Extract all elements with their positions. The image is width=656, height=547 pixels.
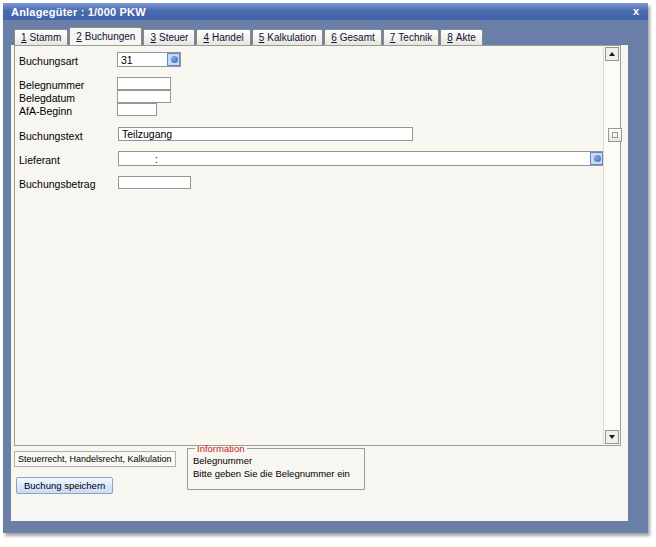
scope-text: Steuerrecht, Handelsrecht, Kalkulation: [18, 454, 172, 464]
buchungstext-input[interactable]: [118, 127, 413, 141]
scroll-down-button[interactable]: [605, 430, 619, 444]
tab-bar: 1Stamm 2Buchungen 3Steuer 4Handel 5Kalku…: [14, 27, 484, 45]
lieferant-label: Lieferant: [19, 154, 60, 166]
tab-gesamt[interactable]: 6Gesamt: [324, 29, 382, 45]
lieferant-combo[interactable]: :: [118, 151, 604, 166]
dropdown-circle-icon: [594, 155, 601, 162]
belegnummer-label: Belegnummer: [19, 79, 84, 91]
buchungstext-label: Buchungstext: [19, 130, 83, 142]
close-button[interactable]: x: [633, 3, 639, 20]
tab-steuer[interactable]: 3Steuer: [143, 29, 195, 45]
info-box-title: Information: [195, 443, 247, 454]
tab-buchungen[interactable]: 2Buchungen: [69, 27, 142, 45]
dropdown-circle-icon: [171, 56, 178, 63]
afa-beginn-input[interactable]: [117, 103, 157, 116]
titlebar[interactable]: Anlagegüter : 1/000 PKW x: [3, 3, 648, 20]
buchungsart-label: Buchungsart: [19, 55, 78, 67]
scroll-up-button[interactable]: [605, 47, 619, 61]
buchungstext-detail-button[interactable]: [608, 128, 622, 142]
afa-beginn-label: AfA-Beginn: [19, 105, 72, 117]
buchungsbetrag-label: Buchungsbetrag: [19, 178, 95, 190]
tab-kalkulation[interactable]: 5Kalkulation: [252, 29, 323, 45]
anlagegueter-window: Anlagegüter : 1/000 PKW x 1Stamm 2Buchun…: [3, 3, 648, 533]
buchungsbetrag-input[interactable]: [118, 176, 191, 189]
close-icon: x: [633, 3, 639, 20]
belegdatum-input[interactable]: [117, 90, 171, 103]
buchungsart-value: 31: [118, 53, 167, 66]
belegdatum-label: Belegdatum: [19, 92, 75, 104]
info-line: Belegnummer: [193, 454, 359, 467]
scroll-down-icon: [609, 435, 615, 439]
tab-akte[interactable]: 8Akte: [440, 29, 483, 45]
belegnummer-input[interactable]: [117, 77, 171, 90]
detail-square-icon: [612, 132, 618, 138]
save-booking-button[interactable]: Buchung speichern: [16, 477, 113, 494]
scope-text-box: Steuerrecht, Handelsrecht, Kalkulation: [14, 451, 176, 467]
client-area: Buchungsart 31 Belegnummer Belegdatum Af…: [11, 45, 628, 521]
window-title: Anlagegüter : 1/000 PKW: [3, 6, 146, 18]
info-line: Bitte geben Sie die Belegnummer ein: [193, 467, 359, 480]
tab-handel[interactable]: 4Handel: [196, 29, 250, 45]
tab-stamm[interactable]: 1Stamm: [14, 29, 68, 45]
tab-technik[interactable]: 7Technik: [383, 29, 439, 45]
info-box: Information Belegnummer Bitte geben Sie …: [187, 443, 365, 490]
lieferant-value: :: [119, 152, 590, 165]
buchungsart-combo[interactable]: 31: [117, 52, 181, 67]
buchungsart-dropdown-button[interactable]: [167, 53, 180, 66]
vertical-scrollbar[interactable]: [603, 47, 619, 444]
lieferant-dropdown-button[interactable]: [590, 152, 603, 165]
scroll-up-icon: [609, 52, 615, 56]
form-panel: Buchungsart 31 Belegnummer Belegdatum Af…: [14, 45, 621, 446]
